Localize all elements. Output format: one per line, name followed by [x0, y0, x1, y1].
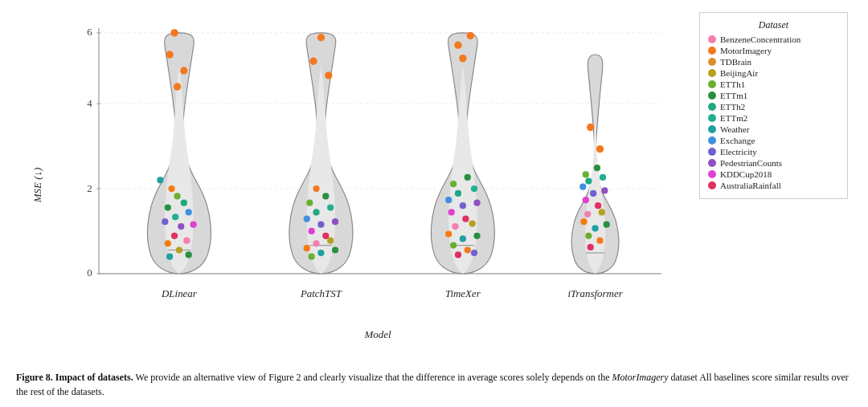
svg-point-91 — [584, 211, 591, 218]
legend-label: TDBrain — [720, 57, 751, 67]
caption-area: Figure 8. Impact of datasets. We provide… — [16, 370, 852, 399]
legend-item: PedestrianCounts — [708, 158, 839, 168]
svg-point-77 — [471, 250, 477, 256]
svg-point-82 — [583, 171, 589, 177]
legend-label: ETTm2 — [720, 113, 747, 123]
svg-point-31 — [166, 254, 173, 260]
svg-text:2: 2 — [87, 182, 92, 194]
svg-point-88 — [601, 187, 608, 193]
legend-title: Dataset — [708, 19, 839, 31]
svg-point-20 — [165, 204, 171, 210]
legend-label: Weather — [720, 124, 749, 134]
violin-patchtst: PatchTST — [289, 33, 353, 299]
svg-text:4: 4 — [87, 97, 92, 109]
svg-point-63 — [471, 185, 477, 192]
svg-point-59 — [459, 55, 466, 62]
legend-label: AustraliaRainfall — [720, 181, 781, 190]
svg-point-66 — [473, 200, 480, 206]
svg-point-57 — [454, 42, 461, 49]
svg-point-26 — [190, 222, 196, 228]
legend-dot — [708, 80, 716, 88]
svg-point-52 — [317, 250, 324, 256]
svg-point-87 — [590, 190, 596, 197]
legend-label: Electricity — [720, 147, 757, 157]
svg-point-32 — [186, 251, 192, 258]
svg-point-76 — [455, 251, 461, 258]
svg-text:TimeXer: TimeXer — [445, 287, 481, 299]
svg-point-93 — [580, 218, 587, 225]
y-axis-label: MSE (↓) — [31, 167, 44, 202]
legend-dot — [708, 148, 716, 156]
legend-label: PedestrianCounts — [720, 158, 782, 168]
svg-point-43 — [327, 204, 334, 210]
legend-item: ETTm1 — [708, 91, 839, 100]
legend-dot — [708, 159, 716, 167]
legend-item: BenzeneConcentration — [708, 35, 839, 44]
legend-label: Exchange — [720, 136, 755, 145]
legend-label: BeijingAir — [720, 68, 758, 78]
svg-point-65 — [460, 202, 466, 209]
svg-point-47 — [309, 228, 315, 234]
legend-dot — [708, 47, 716, 55]
svg-point-39 — [313, 185, 319, 192]
legend-dot — [708, 58, 716, 66]
x-axis-label: Model — [56, 328, 699, 341]
svg-point-37 — [309, 58, 317, 65]
svg-point-42 — [313, 209, 319, 215]
svg-point-40 — [306, 200, 313, 206]
svg-point-28 — [165, 240, 171, 246]
svg-point-61 — [465, 174, 471, 181]
legend-label: KDDCup2018 — [720, 169, 772, 179]
svg-point-27 — [171, 233, 178, 239]
svg-point-95 — [604, 222, 610, 228]
svg-point-50 — [327, 238, 334, 244]
svg-point-23 — [186, 209, 192, 215]
legend-item: Electricity — [708, 147, 839, 157]
svg-point-21 — [181, 200, 187, 206]
svg-point-46 — [332, 218, 338, 225]
svg-point-64 — [445, 197, 452, 203]
svg-point-98 — [588, 244, 594, 250]
legend-item: Weather — [708, 124, 839, 134]
svg-point-17 — [174, 83, 181, 90]
svg-point-83 — [594, 165, 600, 171]
svg-point-53 — [332, 246, 338, 253]
legend-dot — [708, 170, 716, 178]
svg-point-54 — [309, 254, 315, 260]
svg-text:DLinear: DLinear — [161, 287, 198, 299]
legend-label: ETTm1 — [720, 91, 747, 100]
violin-dlinear: DLinear — [147, 29, 211, 299]
svg-point-80 — [587, 124, 594, 131]
legend-label: ETTh2 — [720, 102, 745, 112]
svg-point-18 — [168, 185, 174, 192]
svg-point-24 — [162, 218, 168, 225]
legend-label: BenzeneConcentration — [720, 35, 800, 44]
legend-dot — [708, 69, 716, 77]
svg-point-86 — [579, 184, 586, 190]
svg-point-81 — [596, 145, 604, 153]
legend-dot — [708, 35, 716, 43]
legend-item: ETTh1 — [708, 79, 839, 89]
svg-point-67 — [448, 209, 455, 215]
svg-point-85 — [600, 174, 606, 181]
svg-point-69 — [452, 223, 458, 230]
svg-text:0: 0 — [87, 267, 92, 279]
svg-point-15 — [166, 51, 173, 58]
legend-dot — [708, 125, 716, 133]
legend-item: MotorImagery — [708, 46, 839, 55]
svg-point-41 — [322, 193, 329, 199]
main-plot: 0 2 4 6 — [56, 16, 699, 324]
svg-point-71 — [445, 230, 452, 237]
legend-item: ETTh2 — [708, 102, 839, 112]
svg-point-44 — [304, 216, 310, 222]
legend-items: BenzeneConcentrationMotorImageryTDBrainB… — [708, 35, 839, 190]
svg-point-19 — [174, 193, 180, 199]
svg-point-89 — [583, 197, 589, 203]
caption-bold: Impact of datasets. — [55, 372, 133, 383]
svg-point-48 — [322, 233, 329, 239]
svg-point-97 — [596, 238, 603, 244]
violin-timexer: TimeXer — [431, 32, 494, 300]
legend-container: Dataset BenzeneConcentrationMotorImagery… — [699, 12, 848, 199]
legend-dot — [708, 103, 716, 111]
legend-dot — [708, 114, 716, 122]
